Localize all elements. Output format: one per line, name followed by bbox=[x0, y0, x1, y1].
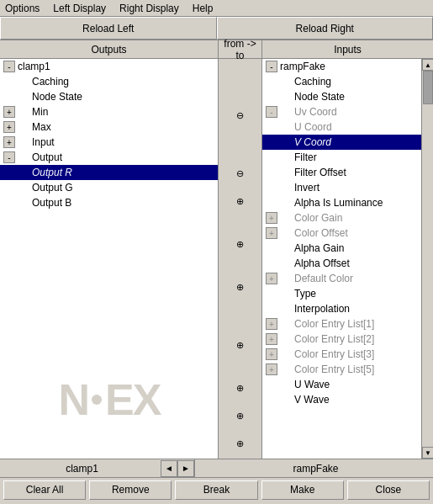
tree-item-label: rampFake bbox=[280, 61, 325, 72]
middle-panel: ⊖ ⊖ ⊕ ⊕ ⊕ ⊕ ⊕ ⊕ ⊕ bbox=[219, 59, 262, 459]
reload-left-button[interactable]: Reload Left bbox=[0, 17, 217, 40]
tree-item-label: Interpolation bbox=[294, 303, 350, 315]
right-tree: -rampFakeCachingNode State-Uv CoordU Coo… bbox=[262, 59, 433, 407]
tree-item[interactable]: Output G bbox=[0, 180, 218, 195]
tree-item[interactable]: +Color Entry List[1] bbox=[262, 316, 433, 332]
tree-item-label: Type bbox=[294, 288, 316, 300]
tree-item-label: U Coord bbox=[294, 121, 332, 133]
tree-item-label: Output R bbox=[32, 167, 72, 178]
tree-item-label: Color Offset bbox=[294, 227, 348, 239]
tree-item[interactable]: Alpha Is Luminance bbox=[262, 195, 433, 210]
tree-item[interactable]: +Default Color bbox=[262, 271, 433, 286]
tree-item[interactable]: Invert bbox=[262, 180, 433, 195]
footer: Clear All Remove Break Make Close bbox=[0, 478, 433, 501]
column-headers: Outputs from -> to Inputs bbox=[0, 40, 433, 59]
tree-expander[interactable]: - bbox=[3, 61, 15, 72]
close-button[interactable]: Close bbox=[347, 480, 430, 500]
tree-item[interactable]: V Coord bbox=[262, 135, 433, 150]
tree-item-label: Caching bbox=[32, 76, 69, 88]
tree-expander[interactable]: + bbox=[3, 106, 15, 118]
tree-item[interactable]: Alpha Offset bbox=[262, 256, 433, 271]
tree-item[interactable]: +Input bbox=[0, 135, 218, 150]
left-arrow-next[interactable]: ► bbox=[177, 460, 194, 477]
scroll-down-button[interactable]: ▼ bbox=[422, 447, 433, 459]
mid-marker-1: ⊖ bbox=[236, 109, 244, 122]
scroll-track bbox=[422, 71, 433, 447]
menu-left-display[interactable]: Left Display bbox=[51, 3, 108, 14]
tree-item-label: Input bbox=[32, 136, 55, 148]
right-scrollbar[interactable]: ▲ ▼ bbox=[421, 59, 433, 459]
inputs-header: Inputs bbox=[262, 40, 433, 58]
tree-item[interactable]: -rampFake bbox=[262, 59, 433, 74]
tree-item-label: Output B bbox=[32, 197, 71, 209]
tree-item[interactable]: +Color Entry List[3] bbox=[262, 347, 433, 362]
tree-expander[interactable]: - bbox=[266, 61, 277, 72]
tree-item[interactable]: Caching bbox=[0, 74, 218, 89]
tree-item[interactable]: -clamp1 bbox=[0, 59, 218, 74]
tree-item[interactable]: +Min bbox=[0, 104, 218, 119]
tree-item[interactable]: +Color Entry List[5] bbox=[262, 362, 433, 377]
tree-item[interactable]: +Color Gain bbox=[262, 210, 433, 225]
tree-item-label: Caching bbox=[294, 76, 331, 88]
toolbar: Reload Left Reload Right bbox=[0, 17, 433, 40]
tree-item-label: Color Entry List[2] bbox=[294, 333, 374, 345]
tree-expander[interactable]: + bbox=[266, 227, 277, 239]
tree-item-label: Output bbox=[32, 151, 62, 163]
mid-marker-5: ⊕ bbox=[236, 281, 244, 294]
left-arrow-prev[interactable]: ◄ bbox=[161, 460, 177, 477]
tree-item[interactable]: Output R bbox=[0, 165, 218, 180]
tree-item[interactable]: -Output bbox=[0, 150, 218, 165]
menu-options[interactable]: Options bbox=[3, 3, 41, 14]
tree-item-label: Color Entry List[3] bbox=[294, 348, 374, 360]
clear-all-button[interactable]: Clear All bbox=[3, 480, 86, 500]
break-button[interactable]: Break bbox=[175, 480, 257, 500]
tree-item-label: Alpha Offset bbox=[294, 257, 350, 269]
left-panel: -clamp1CachingNode State+Min+Max+Input-O… bbox=[0, 59, 219, 459]
tree-item[interactable]: +Max bbox=[0, 119, 218, 135]
tree-item[interactable]: Filter bbox=[262, 150, 433, 165]
tree-expander[interactable]: - bbox=[266, 106, 277, 118]
left-tree: -clamp1CachingNode State+Min+Max+Input-O… bbox=[0, 59, 218, 210]
tree-item-label: V Wave bbox=[294, 394, 330, 406]
tree-item[interactable]: Type bbox=[262, 286, 433, 301]
tree-item-label: Filter bbox=[294, 151, 317, 163]
tree-item[interactable]: U Coord bbox=[262, 119, 433, 135]
tree-item[interactable]: Output B bbox=[0, 195, 218, 210]
tree-item-label: U Wave bbox=[294, 379, 330, 390]
tree-item-label: Output G bbox=[32, 182, 73, 194]
tree-expander[interactable]: + bbox=[266, 273, 277, 284]
mid-marker-6: ⊕ bbox=[236, 339, 244, 352]
make-button[interactable]: Make bbox=[261, 480, 344, 500]
tree-expander[interactable]: + bbox=[266, 318, 277, 330]
tree-item-label: V Coord bbox=[294, 136, 331, 148]
tree-item[interactable]: U Wave bbox=[262, 377, 433, 392]
tree-expander[interactable]: + bbox=[3, 136, 15, 148]
tree-item[interactable]: Node State bbox=[0, 89, 218, 104]
tree-expander[interactable]: + bbox=[266, 212, 277, 224]
tree-expander[interactable]: + bbox=[266, 333, 277, 345]
tree-item[interactable]: Node State bbox=[262, 89, 433, 104]
tree-expander[interactable]: + bbox=[3, 121, 15, 133]
scroll-thumb[interactable] bbox=[423, 71, 433, 104]
tree-item[interactable]: V Wave bbox=[262, 392, 433, 407]
tree-item[interactable]: Alpha Gain bbox=[262, 241, 433, 256]
outputs-header: Outputs bbox=[0, 40, 219, 58]
mid-marker-4: ⊕ bbox=[236, 238, 244, 251]
tree-item[interactable]: Interpolation bbox=[262, 301, 433, 316]
tree-item[interactable]: +Color Offset bbox=[262, 225, 433, 241]
menu-help[interactable]: Help bbox=[191, 3, 215, 14]
tree-item[interactable]: +Color Entry List[2] bbox=[262, 332, 433, 347]
tree-item-label: Node State bbox=[294, 91, 345, 103]
mid-marker-7: ⊕ bbox=[236, 382, 244, 395]
reload-right-button[interactable]: Reload Right bbox=[217, 17, 434, 40]
tree-expander[interactable]: + bbox=[266, 363, 277, 375]
tree-item[interactable]: Caching bbox=[262, 74, 433, 89]
remove-button[interactable]: Remove bbox=[89, 480, 172, 500]
scroll-up-button[interactable]: ▲ bbox=[422, 59, 433, 71]
tree-item[interactable]: Filter Offset bbox=[262, 165, 433, 180]
mid-marker-8: ⊕ bbox=[236, 410, 244, 422]
menu-right-display[interactable]: Right Display bbox=[118, 3, 181, 14]
tree-expander[interactable]: + bbox=[266, 348, 277, 360]
tree-item[interactable]: -Uv Coord bbox=[262, 104, 433, 119]
tree-expander[interactable]: - bbox=[3, 151, 15, 163]
